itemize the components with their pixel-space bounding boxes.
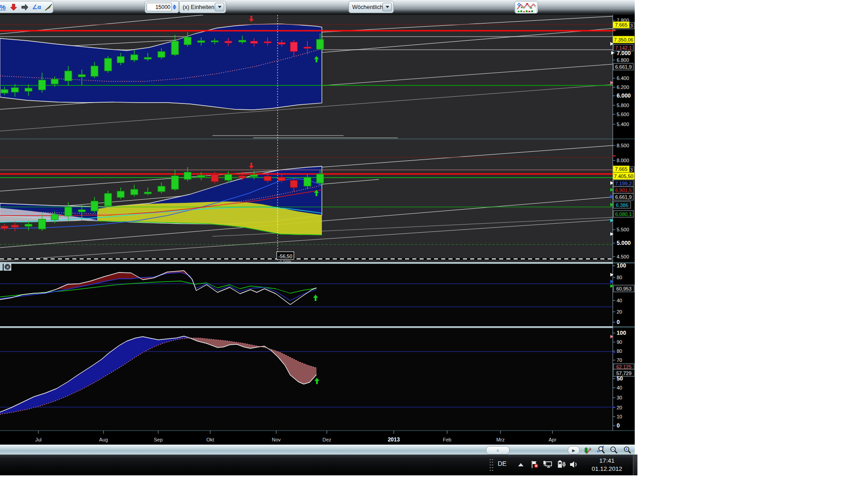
language-indicator[interactable]: DE — [498, 460, 506, 467]
month-label: Sep — [154, 437, 163, 442]
p1-candles — [144, 57, 151, 59]
p1-candles — [117, 56, 124, 63]
axis-tick: 5.600 — [617, 112, 629, 117]
p2-candles — [78, 210, 85, 212]
chart-hscrollbar[interactable]: ≡ ▶ — [0, 445, 635, 455]
units-mode-dropdown-button[interactable] — [215, 3, 224, 11]
p2-candles — [11, 225, 19, 227]
p1-candles — [11, 88, 19, 92]
units-count-input[interactable] — [146, 3, 172, 11]
p2-candles — [264, 176, 271, 181]
p2-candles — [171, 176, 179, 189]
arrow-down-tool-icon[interactable] — [10, 3, 17, 11]
axis-tick: 8.500 — [617, 143, 629, 148]
zoom-in-icon[interactable] — [622, 446, 633, 455]
network-icon[interactable] — [542, 460, 552, 469]
units-mode-select[interactable]: (x) Einheiten — [179, 1, 226, 13]
axis-tick: 50 — [617, 375, 623, 382]
tray-expand-icon[interactable] — [518, 463, 524, 466]
p1-candles — [91, 66, 98, 76]
arrow-right-tool-icon[interactable] — [21, 3, 28, 11]
axis-tick: 5.500 — [617, 227, 629, 232]
period-select[interactable]: Wöchentlich — [349, 1, 394, 13]
p1-candles — [290, 42, 297, 52]
axis-tick: 5.800 — [617, 103, 629, 108]
osc-label: 60,953 — [616, 286, 632, 291]
drawing-tools-group: % ∠α — [0, 1, 53, 13]
axis-tick: 100 — [617, 263, 626, 269]
p2-candles — [1, 226, 8, 229]
zoom-fit-icon[interactable] — [596, 446, 607, 455]
p1-candles — [51, 79, 58, 84]
show-desktop-button[interactable] — [633, 455, 637, 475]
axis-tick: 70 — [617, 357, 622, 363]
spinner-up-icon[interactable] — [173, 5, 176, 7]
axis-tick: 90 — [617, 339, 622, 345]
p2-candles — [51, 215, 58, 220]
p3-close-x: ✕ — [6, 265, 9, 269]
month-label: Dez — [322, 437, 331, 442]
zoom-out-icon[interactable] — [609, 446, 619, 455]
p1-candles — [25, 88, 32, 91]
windows-taskbar: DE — [0, 455, 637, 475]
osc-label: 62,125 — [616, 364, 632, 370]
axis-tick: 40 — [617, 298, 622, 303]
p2-candles — [65, 207, 72, 216]
month-label: Apr — [548, 437, 556, 442]
price-label-yellow: 7.665 — [615, 166, 627, 172]
osc-label: 57,729 — [616, 371, 632, 376]
chart-type-button[interactable] — [514, 1, 538, 14]
axis-tick: 0 — [617, 319, 620, 325]
p2-candles — [144, 192, 151, 194]
p2-candles — [278, 177, 285, 181]
period-dropdown-button[interactable] — [382, 3, 392, 11]
spinner-down-icon[interactable] — [173, 7, 176, 9]
volume-icon[interactable] — [569, 460, 579, 469]
p1-candles — [1, 89, 8, 93]
price-label: 6.661,9 — [615, 64, 632, 70]
p1-candles — [78, 75, 85, 77]
axis-tick: 40 — [617, 385, 622, 390]
units-count-spinner[interactable] — [173, 5, 176, 9]
axis-tick: 5.000 — [617, 240, 631, 246]
hscrollbar-thumb[interactable]: ≡ — [486, 446, 509, 455]
p2-candles — [131, 189, 138, 195]
trendlines-tool-icon[interactable] — [45, 3, 53, 11]
hscroll-right-button[interactable]: ▶ — [568, 446, 580, 455]
desktop-screen: % ∠α (x) Einheit — [0, 0, 868, 488]
clock-date: 01.12.2012 — [585, 465, 628, 473]
axis-tick: 20 — [617, 309, 622, 314]
taskbar-clock[interactable]: 17:41 01.12.2012 — [585, 457, 628, 473]
p2-candles — [316, 174, 324, 183]
p2-candles — [198, 175, 205, 177]
axis-tick: 5.400 — [617, 122, 629, 127]
battery-icon[interactable] — [556, 460, 566, 469]
p2-candles — [38, 219, 46, 229]
price-label-yellow: 7.665 — [615, 22, 627, 28]
taskbar-grip[interactable] — [489, 458, 494, 472]
percent-tool-icon[interactable]: % — [0, 3, 6, 11]
p1-candles — [131, 55, 138, 60]
price-label: 6.661,9 — [615, 194, 632, 200]
chart-settings-icon[interactable] — [582, 446, 593, 455]
month-label: Aug — [99, 437, 108, 442]
chevron-down-icon — [218, 6, 222, 8]
p1-candles — [304, 47, 311, 48]
p2-candles — [225, 174, 232, 180]
axis-tick: 80 — [617, 275, 622, 280]
action-center-flag-icon[interactable] — [530, 460, 540, 469]
p1-candles — [239, 40, 246, 42]
chart-canvas[interactable]: -56,50-1,04%✕JulAugSepOktNovDez2013FebMr… — [0, 15, 635, 445]
month-label: Okt — [206, 437, 214, 442]
clock-time: 17:41 — [585, 457, 628, 465]
p2-candles — [304, 177, 311, 186]
axis-tick: 6.000 — [617, 93, 631, 99]
p1-candles — [184, 37, 191, 45]
year-label: 2013 — [388, 436, 400, 443]
p2-candles — [158, 186, 165, 192]
angle-tool-icon[interactable]: ∠α — [33, 3, 41, 11]
p1-candles — [225, 41, 232, 43]
p1-candles — [104, 58, 112, 71]
p1-candles — [158, 52, 165, 57]
p1-candles — [171, 41, 179, 55]
